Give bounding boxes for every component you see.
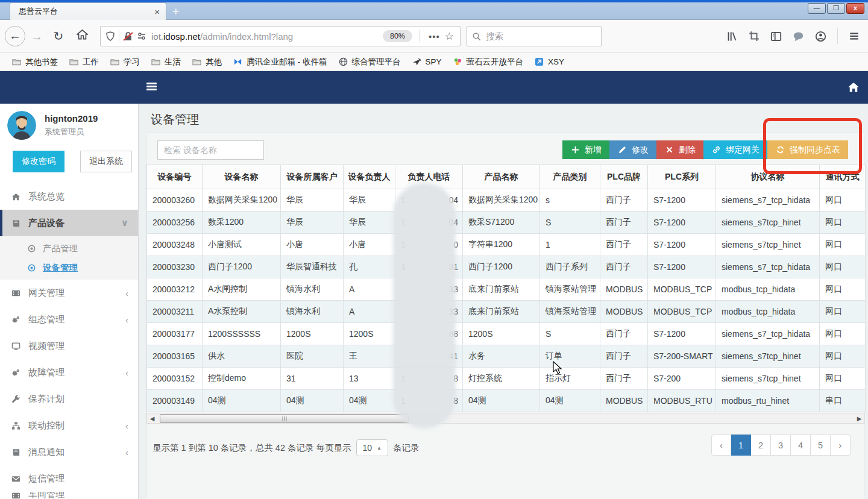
bookmark-item[interactable]: 腾讯企业邮箱 - 收件箱 [228, 55, 332, 69]
bookmark-label: 生活 [165, 57, 181, 67]
hamburger-menu-icon[interactable] [849, 31, 860, 42]
bookmark-item[interactable]: 其他 [187, 55, 226, 69]
bookmark-label: 其他 [206, 57, 222, 67]
sidebar-item-组态管理[interactable]: 组态管理‹ [0, 306, 138, 333]
app-home-icon[interactable] [848, 81, 860, 96]
table-cell: modbus_rtu_hinet [716, 390, 820, 412]
messages-icon[interactable] [793, 31, 804, 42]
browser-tab[interactable]: 思普云平台 × [10, 2, 166, 20]
phone-fragment-right: 31 [448, 256, 458, 278]
sidebar-item-视频管理[interactable]: 视频管理 [0, 333, 138, 359]
pager-page-5[interactable]: 5 [811, 435, 831, 456]
新增-button[interactable]: 新增 [562, 140, 609, 159]
sidebar-item-保养计划[interactable]: 保养计划 [0, 386, 138, 412]
sidebars-icon[interactable] [770, 31, 782, 42]
bookmark-item[interactable]: SPY [407, 55, 446, 68]
logout-button[interactable]: 退出系统 [80, 151, 132, 172]
修改-button[interactable]: 修改 [609, 140, 656, 159]
search-icon [472, 32, 481, 41]
page-zoom-indicator[interactable]: 80% [383, 30, 412, 42]
back-button[interactable]: ← [5, 26, 25, 46]
scrollbar-thumb[interactable] [160, 414, 409, 423]
table-cell: MODBUS_TCP [648, 301, 716, 323]
table-cell: 镇海泵站管理 [540, 278, 600, 301]
bookmark-star-icon[interactable]: ☆ [445, 30, 454, 43]
table-row[interactable]: 200003212A水闸控制镇海水利A33底来门前泵站镇海泵站管理MODBUSM… [147, 278, 866, 301]
pager-next[interactable]: › [831, 435, 851, 456]
main-content: 设备管理 新增修改删除绑定网关强制同步点表 设备编号设备名称设备所属客户设备负责… [139, 104, 868, 499]
plus-icon [570, 145, 580, 154]
account-icon[interactable] [815, 31, 826, 42]
tab-close-icon[interactable]: × [154, 7, 160, 16]
删除-button[interactable]: 删除 [656, 140, 703, 159]
table-cell: 04测 [344, 390, 395, 412]
table-cell: 网口 [820, 368, 866, 390]
horizontal-scrollbar[interactable]: ◀ ▶ [146, 413, 865, 424]
sidebar-item-产品设备[interactable]: 产品设备∨ [0, 210, 138, 236]
scroll-right-arrow-icon[interactable]: ▶ [855, 415, 863, 422]
window-minimize-button[interactable]: — [808, 3, 826, 14]
url-bar[interactable]: iot.idosp.net/admin/index.html?lang 80% … [100, 26, 461, 46]
device-search-input[interactable] [157, 140, 264, 160]
bookmark-item[interactable]: 工作 [64, 55, 103, 69]
bookmark-item[interactable]: 生活 [146, 55, 185, 69]
library-icon[interactable] [726, 31, 738, 42]
table-cell: 200003230 [147, 256, 203, 278]
pager-page-2[interactable]: 2 [751, 435, 771, 456]
page-size-select[interactable]: 10 ▲ [356, 439, 389, 456]
scroll-left-arrow-icon[interactable]: ◀ [148, 415, 156, 422]
table-row[interactable]: 200003260数据网关采集1200华辰华辰104数据网关采集1200s西门子… [147, 189, 866, 212]
bookmark-item[interactable]: 学习 [105, 55, 144, 69]
table-cell: 04测 [281, 390, 344, 412]
sidebar-item-网关管理[interactable]: 网关管理‹ [0, 280, 138, 306]
sidebar-subitem-设备管理[interactable]: 设备管理 [0, 258, 138, 277]
sidebar-item-短信管理[interactable]: 短信管理 [0, 465, 138, 492]
bookmark-item[interactable]: 综合管理平台 [334, 55, 405, 69]
pager-prev[interactable]: ‹ [711, 435, 731, 456]
table-cell: 200003248 [147, 234, 203, 256]
bookmark-item[interactable]: 萤石云开放平台 [448, 55, 528, 69]
sidebar-subitem-产品管理[interactable]: 产品管理 [0, 239, 138, 258]
table-row[interactable]: 200003152控制demo311318灯控系统指示灯西门子S7-200sie… [147, 368, 866, 390]
phone-fragment-left: 1 [401, 195, 406, 205]
window-maximize-button[interactable]: ❐ [827, 3, 845, 14]
table-row[interactable]: 200003256数采1200华辰华辰104数采S71200S西门子S7-120… [147, 212, 866, 234]
table-cell: 灯控系统 [463, 368, 540, 390]
browser-search-bar[interactable]: 搜索 [467, 26, 602, 46]
table-row[interactable]: 20000314904测04测04测1804测04测MODBUSMODBUS_R… [147, 390, 866, 412]
table-row[interactable]: 200003211A水泵控制镇海水利A33底来门前泵站镇海泵站管理MODBUSM… [147, 301, 866, 323]
pager-page-3[interactable]: 3 [771, 435, 791, 456]
page-actions-icon[interactable]: ••• [429, 31, 440, 42]
pager-page-4[interactable]: 4 [791, 435, 811, 456]
bookmark-item[interactable]: 其他书签 [7, 55, 62, 69]
table-cell: 13 [344, 368, 395, 390]
toolbar-button-label: 新增 [585, 145, 602, 155]
bookmark-item[interactable]: XSY [530, 55, 568, 68]
table-cell: 镇海水利 [281, 278, 344, 301]
reload-button[interactable]: ↻ [49, 29, 68, 43]
new-tab-button[interactable]: + [172, 5, 179, 18]
change-password-button[interactable]: 修改密码 [13, 151, 64, 172]
sidebar-item-车间管理[interactable]: 车间管理 [0, 492, 138, 499]
table-cell: 供水 [203, 345, 281, 368]
table-row[interactable]: 200003165供水医院王41水务订单西门子S7-200-SMARTsieme… [147, 345, 866, 368]
强制同步点表-button[interactable]: 强制同步点表 [767, 140, 848, 159]
forward-button[interactable]: → [28, 30, 46, 43]
sidebar-item-故障管理[interactable]: 故障管理‹ [0, 359, 138, 386]
browser-home-button[interactable] [72, 29, 92, 43]
pager-page-1[interactable]: 1 [731, 435, 751, 456]
page-title: 设备管理 [151, 111, 199, 128]
sidebar-toggle-icon[interactable] [146, 81, 157, 92]
sidebar-item-系统总览[interactable]: 系统总览 [0, 183, 138, 210]
window-close-button[interactable]: x [846, 3, 864, 14]
table-row[interactable]: 2000031771200SSSSSS1200S1200S881200SS西门子… [147, 323, 866, 345]
column-header-协议名称: 协议名称 [716, 165, 820, 189]
table-row[interactable]: 200003230西门子1200华辰智通科技孔131西门子1200西门子系列西门… [147, 256, 866, 278]
table-row[interactable]: 200003248小唐测试小唐小唐10字符串12001西门子S7-1200sie… [147, 234, 866, 256]
screenshot-crop-icon[interactable] [749, 31, 760, 42]
绑定网关-button[interactable]: 绑定网关 [703, 140, 767, 159]
globe-icon [338, 57, 348, 66]
sidebar-item-联动控制[interactable]: 联动控制‹ [0, 412, 138, 439]
sidebar-item-消息通知[interactable]: 消息通知‹ [0, 439, 138, 465]
lock-insecure-icon [123, 31, 133, 42]
